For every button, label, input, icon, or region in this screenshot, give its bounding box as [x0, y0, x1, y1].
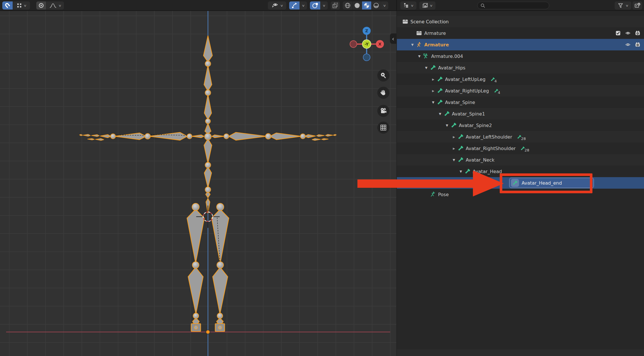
expander-open-icon[interactable]: ▼ [416, 54, 423, 58]
expander-closed-icon[interactable]: ▶ [430, 78, 437, 81]
show-overlays-button[interactable] [310, 1, 320, 10]
sidebar-collapse-arrow[interactable]: ‹ [390, 33, 396, 44]
shading-wireframe-button[interactable] [343, 1, 352, 10]
outliner-row-avatar-rightupleg[interactable]: ▶Avatar_RightUpLeg4 [397, 85, 644, 96]
expander-open-icon[interactable]: ▼ [457, 170, 464, 173]
armature-skeleton [0, 11, 396, 356]
eye-cursor-icon [271, 2, 278, 9]
gizmo-group: ∨ [289, 1, 307, 10]
outliner-row-armature-004[interactable]: ▼Armature.004 [397, 50, 644, 62]
outliner-row-avatar-spine[interactable]: ▼Avatar_Spine [397, 96, 644, 108]
overlays-group: ∨ [310, 1, 328, 10]
filter-button[interactable]: ∨ [615, 1, 631, 10]
show-object-types-button[interactable]: ∨ [268, 1, 286, 10]
camera-icon[interactable] [635, 30, 641, 36]
eye-icon[interactable] [625, 42, 631, 48]
expander-open-icon[interactable]: ▼ [450, 158, 457, 162]
snap-target-button[interactable]: ∨ [13, 1, 30, 10]
filter-funnel-icon [618, 3, 624, 9]
outliner-item-label: Avatar_LeftShoulder [466, 134, 512, 140]
proportional-falloff-button[interactable]: ∨ [46, 1, 64, 10]
outliner-row-avatar-spine1[interactable]: ▼Avatar_Spine1 [397, 108, 644, 120]
outliner-row-armature[interactable]: ▼Armature [397, 39, 644, 50]
count-number: 4 [498, 90, 500, 95]
shading-solid-button[interactable] [352, 1, 362, 10]
outliner-row-avatar-hips[interactable]: ▼Avatar_Hips [397, 62, 644, 73]
outliner-row-avatar-spine2[interactable]: ▼Avatar_Spine2 [397, 120, 644, 131]
expander-open-icon[interactable]: ▼ [409, 43, 416, 47]
bone-relation-lines [114, 134, 220, 262]
camera-icon [380, 107, 387, 115]
snap-magnet-button[interactable] [2, 1, 13, 10]
row-restriction-toggles [625, 39, 641, 50]
expander-closed-icon[interactable]: ▶ [450, 147, 457, 150]
object-origin-dot[interactable] [206, 330, 210, 334]
zoom-tool-button[interactable] [377, 69, 389, 82]
armature-object-icon [416, 41, 422, 48]
outliner-item-label: Armature [424, 42, 449, 48]
expander-open-icon[interactable]: ▼ [430, 101, 437, 104]
outliner-tree: Scene CollectionArmature▼Armature▼Armatu… [397, 16, 644, 200]
pan-tool-button[interactable] [377, 87, 389, 99]
outliner-footer [397, 349, 644, 356]
material-sphere-icon [363, 2, 370, 9]
shading-material-preview-button[interactable] [362, 1, 371, 10]
row-restriction-toggles [615, 27, 641, 39]
gizmo-neg-x-ball[interactable] [350, 40, 357, 48]
wireframe-sphere-icon [344, 2, 351, 9]
search-icon [480, 3, 485, 8]
gizmo-z-ball[interactable]: Z [363, 27, 371, 35]
visibility-group: ∨ [268, 1, 286, 10]
gizmo-dropdown[interactable]: ∨ [300, 1, 307, 10]
display-mode-button[interactable]: ∨ [419, 1, 435, 10]
toggle-orthographic-button[interactable] [377, 122, 389, 134]
checkbox-icon[interactable] [615, 30, 621, 36]
hand-icon [380, 89, 387, 96]
gizmo-x-ball[interactable]: X [376, 40, 384, 48]
count-number: 28 [521, 137, 526, 141]
child-bone-count: 4 [490, 77, 497, 82]
3d-viewport[interactable]: Z X -Y [0, 11, 396, 356]
bone-icon [444, 111, 450, 117]
shading-group: ∨ [343, 1, 388, 10]
outliner-row-avatar-leftshoulder[interactable]: ▶Avatar_LeftShoulder28 [397, 131, 644, 143]
outliner-row-avatar-rightshoulder[interactable]: ▶Avatar_RightShoulder28 [397, 143, 644, 154]
expander-closed-icon[interactable]: ▶ [430, 89, 437, 92]
chevron-down-icon: ∨ [280, 4, 283, 7]
navigation-gizmo[interactable]: Z X -Y [349, 27, 384, 61]
gizmo-neg-y-ball[interactable]: -Y [362, 39, 371, 49]
gizmo-neg-z-ball[interactable] [363, 54, 370, 61]
bone-icon [430, 65, 436, 71]
bone-icon [457, 145, 464, 152]
armature-data-icon [423, 53, 429, 59]
editor-type-button[interactable]: ∨ [400, 1, 416, 10]
outliner-item-label: Avatar_LeftUpLeg [445, 77, 486, 82]
shading-dropdown[interactable]: ∨ [381, 1, 388, 10]
camera-icon[interactable] [635, 42, 641, 48]
falloff-curve-icon [49, 3, 57, 8]
shading-rendered-button[interactable] [371, 1, 381, 10]
proportional-editing-button[interactable] [36, 1, 46, 10]
expander-closed-icon[interactable]: ▶ [450, 135, 457, 139]
expander-open-icon[interactable]: ▼ [437, 112, 444, 116]
eye-icon[interactable] [625, 30, 631, 36]
overlays-dropdown[interactable]: ∨ [320, 1, 328, 10]
outliner-row-armature[interactable]: Armature [397, 27, 644, 39]
search-box[interactable] [477, 2, 549, 9]
search-input[interactable] [485, 3, 543, 8]
new-collection-button[interactable] [632, 1, 642, 10]
snap-increment-icon [17, 3, 22, 8]
expander-open-icon[interactable]: ▼ [423, 66, 430, 70]
show-gizmo-button[interactable] [289, 1, 300, 10]
outliner-row-avatar-leftupleg[interactable]: ▶Avatar_LeftUpLeg4 [397, 73, 644, 85]
bone-icon [450, 122, 457, 128]
grid-icon [380, 124, 387, 131]
outliner-row-avatar-neck[interactable]: ▼Avatar_Neck [397, 154, 644, 166]
toggle-xray-button[interactable] [331, 1, 340, 10]
outliner-row-scene-collection[interactable]: Scene Collection [397, 16, 644, 27]
count-number: 28 [524, 148, 529, 152]
rendered-sphere-icon [373, 2, 379, 9]
chevron-down-icon: ∨ [383, 4, 386, 7]
camera-view-button[interactable] [377, 105, 389, 117]
expander-open-icon[interactable]: ▼ [444, 124, 450, 127]
